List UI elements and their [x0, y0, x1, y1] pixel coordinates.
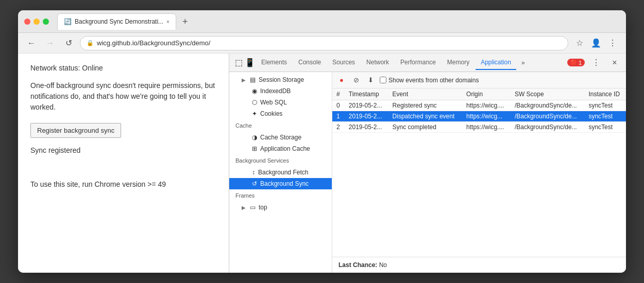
more-tabs-button[interactable]: » — [518, 57, 528, 68]
tab-favicon: 🔄 — [64, 18, 72, 25]
cell-sw-scope: /BackgroundSync/de... — [511, 122, 585, 133]
menu-button[interactable]: ⋮ — [605, 36, 620, 50]
frames-group-header: Frames — [229, 189, 332, 202]
cell-event: Registered sync — [388, 100, 463, 111]
col-sw-scope: SW Scope — [511, 89, 585, 100]
devtools-panel: ⬚ 📱 Elements Console Sources Network Per… — [229, 54, 626, 273]
sidebar-item-web-sql[interactable]: ⬡ Web SQL — [229, 97, 332, 108]
sidebar-icon-cache-storage: ◑ — [252, 134, 257, 141]
record-button[interactable]: ● — [336, 75, 347, 85]
maximize-traffic-light[interactable] — [43, 19, 49, 25]
clear-button[interactable]: ⊘ — [351, 75, 361, 85]
sidebar-item-session-storage[interactable]: ▶ ▤ Session Storage — [229, 74, 332, 85]
devtools-settings-button[interactable]: ⋮ — [589, 56, 603, 70]
cell-timestamp: 2019-05-2... — [345, 100, 388, 111]
devtools-sidebar: ▶ ▤ Session Storage ◉ IndexedDB ⬡ Web SQ… — [229, 72, 332, 273]
tab-performance[interactable]: Performance — [395, 56, 441, 70]
minimize-traffic-light[interactable] — [33, 19, 40, 25]
devtools-close-button[interactable]: × — [607, 56, 622, 70]
address-bar[interactable]: 🔒 wicg.github.io/BackgroundSync/demo/ — [80, 36, 568, 50]
sync-status: Sync registered — [30, 146, 216, 154]
cell-num: 1 — [332, 111, 345, 122]
cell-origin: https://wicg... — [462, 111, 511, 122]
table-row[interactable]: 1 2019-05-2... Dispatched sync event htt… — [332, 111, 626, 122]
profile-button[interactable]: 👤 — [589, 36, 603, 50]
table-header: # Timestamp Event Origin SW Scope Instan… — [332, 89, 626, 100]
sidebar-item-indexed-db[interactable]: ◉ IndexedDB — [229, 85, 332, 97]
back-button[interactable]: ← — [24, 36, 39, 50]
table-body: 0 2019-05-2... Registered sync https://w… — [332, 100, 626, 133]
show-other-domains-text: Show events from other domains — [388, 77, 479, 84]
cell-num: 0 — [332, 100, 345, 111]
last-chance-section: Last Chance: No — [332, 257, 626, 273]
browser-tab[interactable]: 🔄 Background Sync Demonstrati... × — [57, 13, 176, 30]
devtools-main-panel: ● ⊘ ⬇ Show events from other domains — [332, 72, 626, 273]
tab-sources[interactable]: Sources — [327, 56, 360, 70]
tab-close-button[interactable]: × — [166, 19, 170, 25]
version-note: To use this site, run Chrome version >= … — [30, 180, 216, 188]
col-origin: Origin — [462, 89, 511, 100]
devtools-inspect-icon[interactable]: ⬚ — [233, 58, 244, 68]
tab-application[interactable]: Application — [476, 56, 516, 70]
title-bar: 🔄 Background Sync Demonstrati... × + — [18, 10, 626, 33]
cell-event: Sync completed — [388, 122, 463, 133]
sidebar-icon-frame: ▭ — [250, 204, 256, 211]
sidebar-icon-cookies: ✦ — [252, 110, 257, 117]
tab-elements[interactable]: Elements — [256, 56, 292, 70]
sidebar-item-cache-storage[interactable]: ◑ Cache Storage — [229, 132, 332, 143]
cell-instance-id: syncTest — [584, 100, 626, 111]
sync-events-table-container: # Timestamp Event Origin SW Scope Instan… — [332, 89, 626, 257]
cell-event: Dispatched sync event — [388, 111, 463, 122]
show-other-domains-label[interactable]: Show events from other domains — [380, 77, 479, 84]
devtools-actions: 🔴 1 ⋮ × — [567, 56, 622, 70]
register-background-sync-button[interactable]: Register background sync — [30, 123, 121, 138]
nav-actions: ☆ 👤 ⋮ — [572, 36, 620, 50]
sidebar-item-background-fetch[interactable]: ↕ Background Fetch — [229, 167, 332, 178]
col-instance-id: Instance ID — [584, 89, 626, 100]
error-count: 1 — [579, 60, 582, 66]
tab-network[interactable]: Network — [361, 56, 394, 70]
reload-button[interactable]: ↺ — [61, 36, 76, 50]
sidebar-label-cache-storage: Cache Storage — [260, 134, 301, 141]
sidebar-label-session-storage: Session Storage — [259, 76, 304, 83]
cell-num: 2 — [332, 122, 345, 133]
devtools-device-icon[interactable]: 📱 — [245, 58, 255, 68]
show-other-domains-checkbox[interactable] — [380, 77, 386, 83]
error-icon: 🔴 — [570, 59, 578, 66]
col-event: Event — [388, 89, 463, 100]
cache-group-header: Cache — [229, 119, 332, 132]
bookmark-button[interactable]: ☆ — [572, 36, 587, 50]
cell-timestamp: 2019-05-2... — [345, 111, 388, 122]
col-timestamp: Timestamp — [345, 89, 388, 100]
tab-memory[interactable]: Memory — [442, 56, 474, 70]
sidebar-icon-indexed-db: ◉ — [252, 87, 257, 95]
sidebar-item-application-cache[interactable]: ⊞ Application Cache — [229, 143, 332, 154]
panel-toolbar: ● ⊘ ⬇ Show events from other domains — [332, 72, 626, 89]
devtools-body: ▶ ▤ Session Storage ◉ IndexedDB ⬡ Web SQ… — [229, 72, 626, 273]
lock-icon: 🔒 — [87, 40, 94, 46]
tab-title: Background Sync Demonstrati... — [75, 18, 163, 25]
table-row[interactable]: 0 2019-05-2... Registered sync https://w… — [332, 100, 626, 111]
devtools-tab-bar: ⬚ 📱 Elements Console Sources Network Per… — [229, 54, 626, 72]
sync-events-table: # Timestamp Event Origin SW Scope Instan… — [332, 89, 626, 133]
sidebar-item-cookies[interactable]: ✦ Cookies — [229, 108, 332, 119]
sidebar-label-top: top — [259, 204, 267, 211]
webpage: Network status: Online One-off backgroun… — [18, 54, 229, 273]
bg-services-group-header: Background Services — [229, 154, 332, 167]
download-button[interactable]: ⬇ — [365, 75, 376, 85]
forward-button[interactable]: → — [43, 36, 57, 50]
browser-window: 🔄 Background Sync Demonstrati... × + ← →… — [18, 10, 626, 273]
sidebar-label-web-sql: Web SQL — [260, 99, 287, 106]
sidebar-label-application-cache: Application Cache — [260, 145, 310, 152]
sidebar-item-top-frame[interactable]: ▶ ▭ top — [229, 202, 332, 213]
description: One-off background sync doesn't require … — [30, 80, 216, 113]
table-row[interactable]: 2 2019-05-2... Sync completed https://wi… — [332, 122, 626, 133]
tab-console[interactable]: Console — [293, 56, 326, 70]
expand-icon: ▶ — [242, 205, 246, 210]
cell-instance-id: syncTest — [584, 111, 626, 122]
new-tab-button[interactable]: + — [178, 15, 192, 28]
cell-origin: https://wicg.... — [462, 100, 511, 111]
close-traffic-light[interactable] — [24, 19, 30, 25]
col-num: # — [332, 89, 345, 100]
sidebar-item-background-sync[interactable]: ↺ Background Sync — [229, 178, 332, 189]
